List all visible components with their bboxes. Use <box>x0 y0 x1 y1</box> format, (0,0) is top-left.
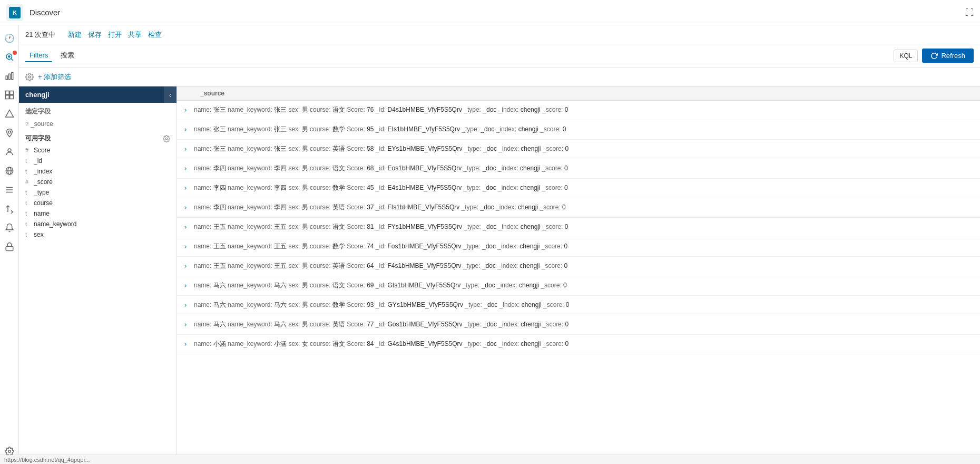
expand-row-button[interactable] <box>177 198 194 217</box>
right-panel: _source name: 张三 name_keyword: 张三 sex: 男… <box>177 86 980 464</box>
expand-row-button[interactable] <box>177 296 194 315</box>
table-row: name: 王五 name_keyword: 王五 sex: 男 course:… <box>177 257 980 276</box>
expand-row-button[interactable] <box>177 159 194 178</box>
field-key: _type: <box>462 204 479 211</box>
field-key: name: <box>194 125 211 133</box>
refresh-button[interactable]: Refresh <box>922 49 974 63</box>
collapse-panel-button[interactable]: ‹ <box>164 86 177 103</box>
source-column-header: _source <box>200 90 224 97</box>
nav-canvas-icon[interactable] <box>1 105 18 122</box>
row-content: name: 王五 name_keyword: 王五 sex: 男 course:… <box>194 218 980 236</box>
expand-row-button[interactable] <box>177 101 194 120</box>
expand-row-button[interactable] <box>177 120 194 139</box>
field-key: _score: <box>542 243 562 250</box>
field-key: course: <box>310 223 330 230</box>
field-key: name: <box>194 340 211 347</box>
fields-gear-icon[interactable] <box>163 135 170 142</box>
field-key: _index: <box>497 282 517 289</box>
field-key: course: <box>310 301 330 308</box>
field-key: name_keyword: <box>228 125 272 133</box>
expand-row-button[interactable] <box>177 335 194 354</box>
share-button[interactable]: 共享 <box>126 29 144 41</box>
field-name-name: name <box>34 210 50 217</box>
add-filter-link[interactable]: + 添加筛选 <box>38 72 71 82</box>
field-item-name[interactable]: tname <box>19 208 177 219</box>
field-key: _type: <box>464 184 481 191</box>
field-key: sex: <box>288 223 300 230</box>
expand-row-button[interactable] <box>177 140 194 159</box>
expand-row-button[interactable] <box>177 179 194 198</box>
nav-alert-icon[interactable] <box>1 219 18 236</box>
fullscreen-button[interactable]: ⛶ <box>965 8 974 17</box>
nav-dashboard-icon[interactable] <box>1 86 18 103</box>
nav-maps-icon[interactable] <box>1 124 18 141</box>
nav-user-icon[interactable] <box>1 143 18 160</box>
svg-point-21 <box>8 450 11 453</box>
field-key: _type: <box>463 243 481 250</box>
index-pattern-name[interactable]: chengji <box>19 86 177 103</box>
refresh-icon <box>930 52 938 60</box>
expand-row-button[interactable] <box>177 315 194 334</box>
field-key: _index: <box>496 204 516 211</box>
expand-row-button[interactable] <box>177 218 194 237</box>
filters-tab[interactable]: Filters <box>25 49 52 62</box>
field-item-_type[interactable]: t_type <box>19 187 177 198</box>
field-key: _index: <box>498 340 519 347</box>
row-content: name: 李四 name_keyword: 李四 sex: 男 course:… <box>194 179 980 197</box>
field-item-_id[interactable]: t_id <box>19 156 177 166</box>
kql-button[interactable]: KQL <box>894 50 918 62</box>
field-key: _index: <box>498 165 518 172</box>
field-type-icon-course: t <box>25 200 31 206</box>
field-key: _index: <box>498 106 519 113</box>
inspect-button[interactable]: 检查 <box>146 29 164 41</box>
field-key: course: <box>310 165 330 172</box>
field-item-name_keyword[interactable]: tname_keyword <box>19 219 177 229</box>
svg-point-12 <box>8 149 11 152</box>
field-item-Score[interactable]: #Score <box>19 145 177 156</box>
expand-row-button[interactable] <box>177 257 194 276</box>
save-button[interactable]: 保存 <box>86 29 104 41</box>
field-key: _type: <box>464 223 481 230</box>
source-field-name: _source <box>31 120 53 128</box>
field-key: sex: <box>288 145 300 152</box>
field-item-_score[interactable]: #_score <box>19 177 177 187</box>
field-item-course[interactable]: tcourse <box>19 198 177 208</box>
field-key: _index: <box>498 321 519 328</box>
field-key: name_keyword: <box>228 204 272 211</box>
open-button[interactable]: 打开 <box>106 29 124 41</box>
filter-bar: Filters 搜索 KQL Refresh <box>19 44 980 67</box>
field-name-name_keyword: name_keyword <box>34 220 76 228</box>
logo-text: K <box>13 9 17 16</box>
nav-discover-icon[interactable] <box>1 49 18 65</box>
field-key: sex: <box>288 106 300 113</box>
nav-visualize-icon[interactable] <box>1 67 18 84</box>
new-button[interactable]: 新建 <box>66 29 84 41</box>
svg-point-1 <box>8 55 11 58</box>
expand-row-button[interactable] <box>177 276 194 295</box>
field-key: _score: <box>542 262 562 269</box>
filter-gear-icon[interactable] <box>25 73 34 81</box>
source-field-item[interactable]: ? _source <box>19 118 177 130</box>
field-item-_index[interactable]: t_index <box>19 166 177 177</box>
search-tab[interactable]: 搜索 <box>56 49 79 63</box>
field-key: _id: <box>376 125 386 133</box>
field-type-icon-name_keyword: t <box>25 221 31 227</box>
field-key: _index: <box>496 125 517 133</box>
app-logo: K <box>6 4 23 21</box>
field-key: sex: <box>288 282 300 289</box>
svg-rect-7 <box>9 91 13 95</box>
nav-list-icon[interactable] <box>1 181 18 198</box>
field-item-sex[interactable]: tsex <box>19 229 177 240</box>
nav-lock-icon[interactable] <box>1 238 18 255</box>
nav-dev-icon[interactable] <box>1 200 18 217</box>
field-key: sex: <box>288 340 300 347</box>
field-key: _id: <box>376 243 386 250</box>
field-key: _score: <box>543 321 563 328</box>
nav-globe-icon[interactable] <box>1 162 18 179</box>
row-content: name: 李四 name_keyword: 李四 sex: 男 course:… <box>194 198 980 216</box>
nav-clock-icon[interactable]: 🕐 <box>1 30 18 46</box>
expand-row-button[interactable] <box>177 237 194 256</box>
field-name-_score: _score <box>34 178 53 186</box>
field-key: _index: <box>498 223 519 230</box>
field-key: _type: <box>463 282 480 289</box>
